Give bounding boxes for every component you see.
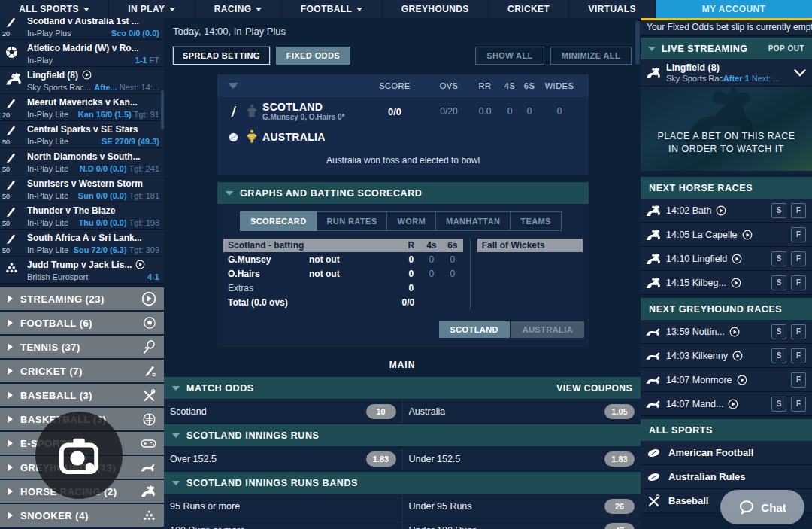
stream-button[interactable]: S xyxy=(771,251,786,266)
nav-in-play[interactable]: IN PLAY xyxy=(109,0,195,18)
form-button[interactable]: F xyxy=(791,275,806,290)
chevron-down-icon[interactable] xyxy=(794,69,806,77)
event-lingfield[interactable]: Lingfield (8) Sky Sports Rac...Afte...Ne… xyxy=(0,67,164,94)
odds-pill[interactable]: 47 xyxy=(604,523,635,529)
race-row-kilbeggan[interactable]: 14:15 Kilbeg... SF xyxy=(641,271,812,295)
nav-virtuals[interactable]: VIRTUALS xyxy=(569,0,656,18)
selection-australia[interactable]: Australia 1.05 xyxy=(402,400,641,423)
sidebar-item-australian-rules[interactable]: Australian Rules xyxy=(641,465,812,489)
pop-out-button[interactable]: POP OUT xyxy=(768,44,804,53)
event-scotland-australia[interactable]: 20 Scotland v Australia 1st ... In-Play … xyxy=(0,18,164,40)
form-button[interactable]: F xyxy=(791,227,806,242)
form-button[interactable]: F xyxy=(791,348,806,363)
collapse-arrow-icon xyxy=(172,386,180,391)
event-title: Sunrisers v Western Storm xyxy=(27,177,159,190)
nav-football[interactable]: FOOTBALL xyxy=(282,0,383,18)
tab-run-rates[interactable]: RUN RATES xyxy=(317,211,388,231)
scotland-tab-button[interactable]: SCOTLAND xyxy=(439,321,510,338)
sidebar-item-baseball[interactable]: BASEBALL (3) xyxy=(0,384,164,406)
spread-betting-button[interactable]: SPREAD BETTING xyxy=(173,47,270,65)
race-row-monmore[interactable]: 14:07 Monmore SF xyxy=(641,368,812,392)
selection-over[interactable]: Over 152.5 1.83 xyxy=(164,447,402,470)
odds-pill[interactable]: 1.05 xyxy=(604,404,635,419)
market-header[interactable]: SCOTLAND INNINGS RUNS xyxy=(164,424,641,446)
play-circle-icon[interactable] xyxy=(729,327,740,337)
event-meerut-mavericks[interactable]: 20 Meerut Mavericks v Kan... In-Play Lit… xyxy=(0,94,164,121)
play-circle-icon[interactable] xyxy=(732,254,742,264)
play-circle-icon[interactable] xyxy=(728,399,738,409)
australia-tab-button[interactable]: AUSTRALIA xyxy=(511,321,584,338)
table-row: Total (0.0 ovs) 0/0 xyxy=(223,295,463,309)
play-circle-icon[interactable] xyxy=(737,375,747,385)
stream-button[interactable]: S xyxy=(771,324,786,339)
nav-racing[interactable]: RACING xyxy=(195,0,282,18)
market-header[interactable]: SCOTLAND INNINGS RUNS BANDS xyxy=(164,472,641,494)
tab-scorecard[interactable]: SCORECARD xyxy=(240,211,317,231)
play-circle-icon[interactable] xyxy=(732,351,743,361)
sidebar-item-snooker[interactable]: SNOOKER (4) xyxy=(0,504,164,527)
chevron-right-icon xyxy=(8,488,13,495)
nav-cricket[interactable]: CRICKET xyxy=(489,0,570,18)
odds-pill[interactable]: 1.83 xyxy=(366,451,396,467)
stream-button[interactable]: S xyxy=(771,203,786,218)
tab-teams[interactable]: TEAMS xyxy=(510,211,562,231)
selection-scotland[interactable]: Scotland 10 xyxy=(164,400,402,423)
nav-all-sports[interactable]: ALL SPORTS xyxy=(0,0,109,18)
race-row-kilkenny[interactable]: 14:03 Kilkenny SF xyxy=(641,344,812,368)
stream-button[interactable]: S xyxy=(771,348,786,363)
minimize-all-button[interactable]: MINIMIZE ALL xyxy=(550,47,632,65)
tab-manhattan[interactable]: MANHATTAN xyxy=(435,211,511,231)
stream-button[interactable]: S xyxy=(771,275,786,290)
show-all-button[interactable]: SHOW ALL xyxy=(475,47,544,65)
fixed-odds-button[interactable]: FIXED ODDS xyxy=(276,47,350,65)
sidebar-item-tennis[interactable]: TENNIS (37) xyxy=(0,336,164,358)
event-central-sparks[interactable]: 50 Central Sparks v SE Stars In-Play Lit… xyxy=(0,121,164,148)
sidebar-item-streaming[interactable]: STREAMING (23) xyxy=(0,287,164,310)
play-circle-icon[interactable] xyxy=(731,278,741,288)
selection-under-95[interactable]: Under 95 Runs 26 xyxy=(402,494,641,518)
stream-button[interactable]: S xyxy=(771,397,786,412)
race-row-bath[interactable]: 14:02 Bath SF xyxy=(641,199,812,223)
event-atletico-madrid[interactable]: Atletico Madrid (W) v Ro... In-Play1-1FT xyxy=(0,40,164,67)
main-scrollbar[interactable] xyxy=(635,21,640,65)
event-judd-trump[interactable]: Judd Trump v Jack Lis... British Eurospo… xyxy=(0,257,164,284)
play-circle-icon[interactable] xyxy=(742,230,753,240)
live-streaming-header[interactable]: LIVE STREAMING POP OUT xyxy=(641,38,812,59)
chat-button[interactable]: Chat xyxy=(720,490,804,524)
race-row-la-capelle[interactable]: 14:05 La Capelle SF xyxy=(641,223,812,247)
selection-100-or-more[interactable]: 100 Runs or more xyxy=(164,518,402,529)
stream-race-row[interactable]: Lingfield (8) Sky Sports RacAfter 1 Next… xyxy=(641,59,812,87)
collapse-arrow-icon[interactable] xyxy=(228,83,238,89)
tab-worm[interactable]: WORM xyxy=(386,211,436,231)
event-south-africa-a[interactable]: 50 South Africa A v Sri Lank... In-Play … xyxy=(0,230,164,257)
sidebar-item-american-football[interactable]: American Football xyxy=(641,441,812,465)
selection-95-or-more[interactable]: 95 Runs or more xyxy=(164,494,402,518)
form-button[interactable]: F xyxy=(791,324,806,339)
market-header[interactable]: MATCH ODDS VIEW COUPONS xyxy=(164,377,641,399)
nav-greyhounds[interactable]: GREYHOUNDS xyxy=(383,0,489,18)
camera-overlay xyxy=(35,412,123,499)
form-button[interactable]: F xyxy=(791,372,806,388)
sidebar-item-cricket[interactable]: CRICKET (7) xyxy=(0,360,164,382)
form-button[interactable]: F xyxy=(791,251,806,266)
selection-under-100[interactable]: Under 100 Runs 47 xyxy=(402,518,641,529)
play-circle-icon[interactable] xyxy=(716,205,726,216)
race-row-nottingham[interactable]: 13:59 Nottin... SF xyxy=(641,320,812,344)
australian-rules-icon xyxy=(647,472,661,482)
graphs-panel-header[interactable]: GRAPHS AND BATTING SCORECARD xyxy=(217,182,589,204)
sidebar-item-football[interactable]: FOOTBALL (6) xyxy=(0,312,164,334)
form-button[interactable]: F xyxy=(791,397,806,412)
form-button[interactable]: F xyxy=(791,203,806,218)
event-sunrisers[interactable]: 50 Sunrisers v Western Storm In-Play Lit… xyxy=(0,175,164,202)
view-coupons-link[interactable]: VIEW COUPONS xyxy=(556,383,632,394)
odds-pill[interactable]: 10 xyxy=(366,404,396,419)
race-row-mandurah[interactable]: 14:07 Mand... SF xyxy=(641,392,812,416)
event-title: South Africa A v Sri Lank... xyxy=(27,231,159,244)
nav-my-account[interactable]: MY ACCOUNT xyxy=(656,0,812,18)
odds-pill[interactable]: 26 xyxy=(604,499,635,514)
event-north-diamonds[interactable]: 50 North Diamonds v South... In-Play Lit… xyxy=(0,148,164,175)
odds-pill[interactable]: 1.83 xyxy=(604,451,635,467)
event-thunder-blaze[interactable]: 50 Thunder v The Blaze In-Play LiteThu 0… xyxy=(0,202,164,230)
selection-under[interactable]: Under 152.5 1.83 xyxy=(402,447,641,470)
race-row-lingfield[interactable]: 14:10 Lingfield SF xyxy=(641,247,812,271)
